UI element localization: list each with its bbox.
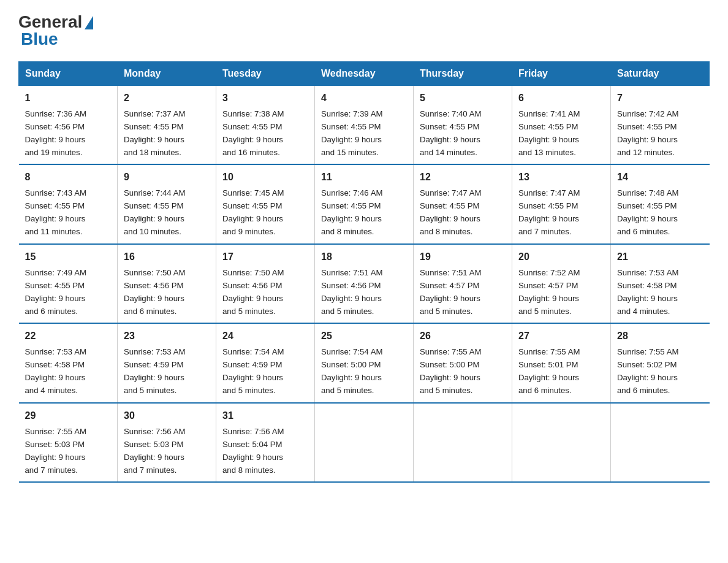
day-number: 25: [321, 329, 407, 344]
day-info: Sunrise: 7:56 AMSunset: 5:03 PMDaylight:…: [124, 427, 185, 475]
day-info: Sunrise: 7:52 AMSunset: 4:57 PMDaylight:…: [518, 268, 580, 316]
day-info: Sunrise: 7:41 AMSunset: 4:55 PMDaylight:…: [518, 109, 580, 157]
calendar-week-row: 29Sunrise: 7:55 AMSunset: 5:03 PMDayligh…: [19, 403, 710, 482]
day-info: Sunrise: 7:50 AMSunset: 4:56 PMDaylight:…: [124, 268, 185, 316]
calendar-cell: 21Sunrise: 7:53 AMSunset: 4:58 PMDayligh…: [611, 244, 710, 323]
day-info: Sunrise: 7:47 AMSunset: 4:55 PMDaylight:…: [518, 188, 580, 236]
calendar-cell: 7Sunrise: 7:42 AMSunset: 4:55 PMDaylight…: [611, 86, 710, 165]
calendar-cell: 2Sunrise: 7:37 AMSunset: 4:55 PMDaylight…: [118, 86, 216, 165]
calendar-cell: 12Sunrise: 7:47 AMSunset: 4:55 PMDayligh…: [414, 164, 512, 243]
col-header-wednesday: Wednesday: [315, 62, 414, 86]
day-number: 8: [25, 170, 112, 185]
calendar-cell: 17Sunrise: 7:50 AMSunset: 4:56 PMDayligh…: [216, 244, 315, 323]
day-info: Sunrise: 7:40 AMSunset: 4:55 PMDaylight:…: [420, 109, 481, 157]
col-header-tuesday: Tuesday: [216, 62, 315, 86]
calendar-cell: 10Sunrise: 7:45 AMSunset: 4:55 PMDayligh…: [216, 164, 315, 243]
day-number: 20: [518, 250, 604, 265]
calendar-cell: 27Sunrise: 7:55 AMSunset: 5:01 PMDayligh…: [512, 323, 611, 402]
day-info: Sunrise: 7:48 AMSunset: 4:55 PMDaylight:…: [617, 188, 678, 236]
day-info: Sunrise: 7:37 AMSunset: 4:55 PMDaylight:…: [124, 109, 185, 157]
day-number: 15: [25, 250, 112, 265]
day-info: Sunrise: 7:42 AMSunset: 4:55 PMDaylight:…: [617, 109, 678, 157]
day-number: 13: [518, 170, 604, 185]
calendar-cell: 5Sunrise: 7:40 AMSunset: 4:55 PMDaylight…: [414, 86, 512, 165]
day-info: Sunrise: 7:55 AMSunset: 5:03 PMDaylight:…: [25, 427, 86, 475]
calendar-cell: 31Sunrise: 7:56 AMSunset: 5:04 PMDayligh…: [216, 403, 315, 482]
calendar-cell: 22Sunrise: 7:53 AMSunset: 4:58 PMDayligh…: [19, 323, 118, 402]
calendar-header-row: SundayMondayTuesdayWednesdayThursdayFrid…: [19, 62, 710, 86]
calendar-cell: 19Sunrise: 7:51 AMSunset: 4:57 PMDayligh…: [414, 244, 512, 323]
calendar-cell: [414, 403, 512, 482]
day-number: 18: [321, 250, 407, 265]
day-info: Sunrise: 7:46 AMSunset: 4:55 PMDaylight:…: [321, 188, 382, 236]
day-info: Sunrise: 7:49 AMSunset: 4:55 PMDaylight:…: [25, 268, 86, 316]
day-number: 31: [222, 408, 308, 424]
calendar-cell: [315, 403, 414, 482]
day-number: 6: [518, 91, 604, 106]
day-number: 10: [222, 170, 308, 185]
col-header-saturday: Saturday: [611, 62, 710, 86]
page-header: General Blue: [18, 12, 710, 49]
day-number: 5: [420, 91, 506, 106]
day-info: Sunrise: 7:53 AMSunset: 4:58 PMDaylight:…: [25, 347, 86, 395]
day-info: Sunrise: 7:44 AMSunset: 4:55 PMDaylight:…: [124, 188, 185, 236]
col-header-friday: Friday: [512, 62, 611, 86]
day-number: 19: [420, 250, 506, 265]
day-number: 30: [124, 408, 210, 424]
calendar-cell: [611, 403, 710, 482]
day-info: Sunrise: 7:51 AMSunset: 4:57 PMDaylight:…: [420, 268, 481, 316]
calendar-cell: 9Sunrise: 7:44 AMSunset: 4:55 PMDaylight…: [118, 164, 216, 243]
calendar-cell: 16Sunrise: 7:50 AMSunset: 4:56 PMDayligh…: [118, 244, 216, 323]
day-number: 16: [124, 250, 210, 265]
day-number: 28: [617, 329, 703, 344]
day-info: Sunrise: 7:50 AMSunset: 4:56 PMDaylight:…: [222, 268, 284, 316]
day-number: 26: [420, 329, 506, 344]
day-info: Sunrise: 7:54 AMSunset: 4:59 PMDaylight:…: [222, 347, 284, 395]
day-number: 22: [25, 329, 112, 344]
calendar-week-row: 1Sunrise: 7:36 AMSunset: 4:56 PMDaylight…: [19, 86, 710, 165]
calendar-cell: 1Sunrise: 7:36 AMSunset: 4:56 PMDaylight…: [19, 86, 118, 165]
col-header-thursday: Thursday: [414, 62, 512, 86]
day-number: 12: [420, 170, 506, 185]
calendar-week-row: 8Sunrise: 7:43 AMSunset: 4:55 PMDaylight…: [19, 164, 710, 243]
day-number: 1: [25, 91, 112, 106]
calendar-cell: 3Sunrise: 7:38 AMSunset: 4:55 PMDaylight…: [216, 86, 315, 165]
calendar-cell: 18Sunrise: 7:51 AMSunset: 4:56 PMDayligh…: [315, 244, 414, 323]
calendar-cell: 30Sunrise: 7:56 AMSunset: 5:03 PMDayligh…: [118, 403, 216, 482]
day-number: 23: [124, 329, 210, 344]
day-info: Sunrise: 7:54 AMSunset: 5:00 PMDaylight:…: [321, 347, 382, 395]
day-number: 2: [124, 91, 210, 106]
day-info: Sunrise: 7:53 AMSunset: 4:59 PMDaylight:…: [124, 347, 185, 395]
day-number: 7: [617, 91, 703, 106]
day-number: 11: [321, 170, 407, 185]
logo-triangle-icon: [85, 16, 93, 29]
calendar-cell: 14Sunrise: 7:48 AMSunset: 4:55 PMDayligh…: [611, 164, 710, 243]
day-info: Sunrise: 7:56 AMSunset: 5:04 PMDaylight:…: [222, 427, 284, 475]
calendar-cell: 26Sunrise: 7:55 AMSunset: 5:00 PMDayligh…: [414, 323, 512, 402]
day-info: Sunrise: 7:53 AMSunset: 4:58 PMDaylight:…: [617, 268, 678, 316]
calendar-cell: 29Sunrise: 7:55 AMSunset: 5:03 PMDayligh…: [19, 403, 118, 482]
calendar-cell: 8Sunrise: 7:43 AMSunset: 4:55 PMDaylight…: [19, 164, 118, 243]
calendar-cell: 23Sunrise: 7:53 AMSunset: 4:59 PMDayligh…: [118, 323, 216, 402]
day-info: Sunrise: 7:43 AMSunset: 4:55 PMDaylight:…: [25, 188, 86, 236]
day-number: 14: [617, 170, 703, 185]
day-number: 24: [222, 329, 308, 344]
day-info: Sunrise: 7:55 AMSunset: 5:00 PMDaylight:…: [420, 347, 481, 395]
logo-blue-text: Blue: [21, 29, 58, 49]
day-info: Sunrise: 7:36 AMSunset: 4:56 PMDaylight:…: [25, 109, 86, 157]
calendar-cell: 28Sunrise: 7:55 AMSunset: 5:02 PMDayligh…: [611, 323, 710, 402]
col-header-sunday: Sunday: [19, 62, 118, 86]
calendar-cell: 4Sunrise: 7:39 AMSunset: 4:55 PMDaylight…: [315, 86, 414, 165]
day-number: 21: [617, 250, 703, 265]
calendar-cell: 11Sunrise: 7:46 AMSunset: 4:55 PMDayligh…: [315, 164, 414, 243]
calendar-cell: 24Sunrise: 7:54 AMSunset: 4:59 PMDayligh…: [216, 323, 315, 402]
day-number: 17: [222, 250, 308, 265]
calendar-table: SundayMondayTuesdayWednesdayThursdayFrid…: [18, 61, 710, 483]
day-number: 3: [222, 91, 308, 106]
calendar-cell: 15Sunrise: 7:49 AMSunset: 4:55 PMDayligh…: [19, 244, 118, 323]
calendar-cell: 25Sunrise: 7:54 AMSunset: 5:00 PMDayligh…: [315, 323, 414, 402]
calendar-cell: 6Sunrise: 7:41 AMSunset: 4:55 PMDaylight…: [512, 86, 611, 165]
calendar-week-row: 22Sunrise: 7:53 AMSunset: 4:58 PMDayligh…: [19, 323, 710, 402]
calendar-cell: [512, 403, 611, 482]
day-info: Sunrise: 7:47 AMSunset: 4:55 PMDaylight:…: [420, 188, 481, 236]
